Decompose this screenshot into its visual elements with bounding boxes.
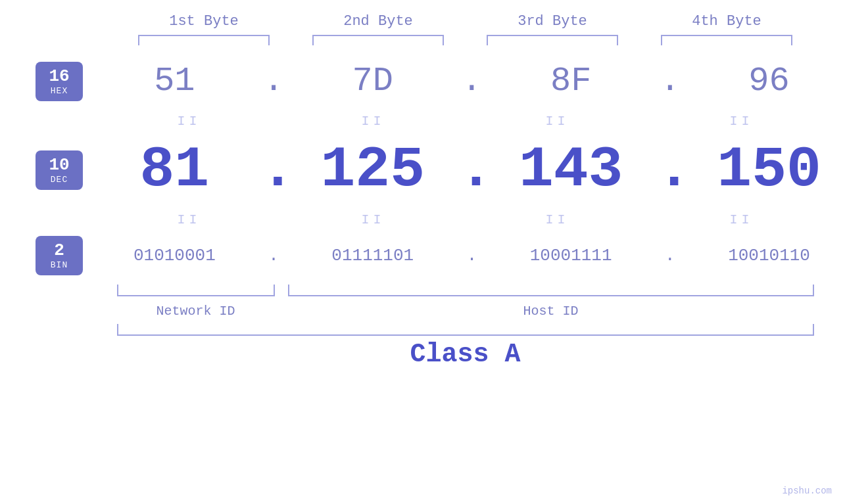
bracket-top-2 — [312, 35, 444, 45]
eq2-byte3: II — [492, 212, 623, 227]
eq1-byte1: II — [124, 114, 255, 129]
dec-byte4: 150 — [717, 137, 821, 202]
eq1-byte3: II — [492, 114, 623, 129]
dec-byte2: 125 — [321, 137, 425, 202]
dec-dot2: . — [458, 137, 493, 202]
host-id-label: Host ID — [288, 304, 814, 319]
hex-badge: 16 HEX — [36, 62, 83, 101]
hex-byte4: 96 — [748, 62, 789, 101]
eq1-byte4: II — [676, 114, 808, 129]
network-bracket — [117, 285, 275, 296]
bin-base-label: BIN — [45, 260, 74, 270]
dec-dot3: . — [657, 137, 692, 202]
byte1-header: 1st Byte — [138, 13, 270, 30]
bin-dot3: . — [665, 246, 675, 265]
bin-byte4: 10010110 — [728, 246, 810, 265]
hex-dot2: . — [462, 62, 482, 101]
bracket-top-3 — [487, 35, 618, 45]
watermark: ipshu.com — [782, 486, 832, 496]
bin-base-num: 2 — [45, 241, 74, 260]
dec-byte3: 143 — [519, 137, 623, 202]
bin-byte2: 01111101 — [331, 246, 414, 265]
host-bracket — [288, 285, 814, 296]
class-bracket — [117, 324, 814, 336]
eq2-byte4: II — [676, 212, 808, 227]
hex-byte1: 51 — [154, 62, 195, 101]
bin-byte1: 01010001 — [133, 246, 216, 265]
hex-byte2: 7D — [352, 62, 393, 101]
bin-badge: 2 BIN — [36, 236, 83, 275]
eq2-byte2: II — [308, 212, 439, 227]
network-id-label: Network ID — [117, 304, 275, 319]
hex-dot3: . — [660, 62, 680, 101]
dec-badge: 10 DEC — [36, 150, 83, 190]
byte4-header: 4th Byte — [661, 13, 792, 30]
dec-base-num: 10 — [45, 156, 74, 175]
dec-byte1: 81 — [140, 137, 210, 202]
class-label: Class A — [410, 340, 520, 369]
byte2-header: 2nd Byte — [312, 13, 444, 30]
byte3-header: 3rd Byte — [487, 13, 618, 30]
hex-byte3: 8F — [550, 62, 591, 101]
dec-dot1: . — [260, 137, 295, 202]
bin-dot2: . — [467, 246, 477, 265]
dec-base-label: DEC — [45, 175, 74, 185]
bin-dot1: . — [268, 246, 279, 265]
bin-byte3: 10001111 — [530, 246, 612, 265]
hex-base-num: 16 — [45, 67, 74, 86]
bracket-top-1 — [138, 35, 270, 45]
hex-dot1: . — [263, 62, 283, 101]
hex-base-label: HEX — [45, 86, 74, 96]
eq2-byte1: II — [124, 212, 255, 227]
main-container: 1st Byte 2nd Byte 3rd Byte 4th Byte 16 H… — [0, 0, 845, 504]
eq1-byte2: II — [308, 114, 439, 129]
bracket-top-4 — [661, 35, 792, 45]
